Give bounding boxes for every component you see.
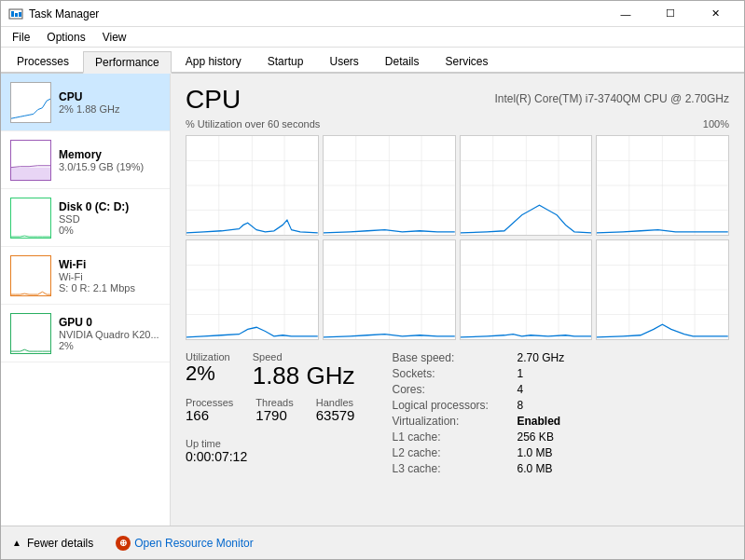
disk-mini-graph (10, 198, 51, 239)
tab-services[interactable]: Services (434, 49, 501, 72)
memory-mini-graph (10, 140, 51, 181)
tab-details[interactable]: Details (373, 49, 432, 72)
disk-sub1: SSD (59, 213, 160, 225)
info-base-speed: Base speed: 2.70 GHz (393, 351, 565, 364)
memory-label: Memory (59, 148, 160, 161)
cpu-graph-3 (460, 135, 593, 236)
fewer-details-label: Fewer details (27, 537, 93, 550)
base-speed-key: Base speed: (393, 351, 514, 364)
l1-key: L1 cache: (393, 430, 514, 444)
disk-label: Disk 0 (C: D:) (59, 200, 160, 213)
sidebar: CPU 2% 1.88 GHz Memory 3.0/15.9 GB (19%) (1, 74, 171, 526)
sidebar-item-memory[interactable]: Memory 3.0/15.9 GB (19%) (1, 131, 170, 189)
main-panel: CPU Intel(R) Core(TM) i7-3740QM CPU @ 2.… (171, 74, 744, 526)
window-title: Task Manager (29, 7, 99, 20)
handles-stat-value: 63579 (316, 408, 355, 424)
virtualization-key: Virtualization: (393, 415, 514, 428)
wifi-sidebar-info: Wi-Fi Wi-Fi S: 0 R: 2.1 Mbps (59, 258, 160, 294)
info-cores: Cores: 4 (393, 383, 565, 396)
stats-row-1: Utilization 2% Speed 1.88 GHz (186, 351, 355, 389)
chevron-down-icon: ▲ (12, 538, 21, 548)
main-content: CPU 2% 1.88 GHz Memory 3.0/15.9 GB (19%) (1, 74, 744, 526)
main-header: CPU Intel(R) Core(TM) i7-3740QM CPU @ 2.… (186, 85, 729, 115)
stats-right: Base speed: 2.70 GHz Sockets: 1 Cores: 4… (393, 351, 565, 475)
processes-stat: Processes 166 (186, 397, 233, 424)
cpu-graph-5 (186, 239, 319, 340)
info-l3: L3 cache: 6.0 MB (393, 462, 565, 475)
svg-rect-3 (19, 12, 21, 17)
menu-view[interactable]: View (95, 27, 134, 47)
info-l2: L2 cache: 1.0 MB (393, 446, 565, 459)
l1-val: 256 KB (517, 430, 554, 444)
tab-users[interactable]: Users (317, 49, 370, 72)
threads-stat-label: Threads (255, 397, 293, 408)
open-resource-monitor-button[interactable]: ⊕ Open Resource Monitor (116, 536, 253, 551)
menu-file[interactable]: File (5, 27, 37, 47)
sockets-key: Sockets: (393, 367, 514, 380)
gpu-sidebar-info: GPU 0 NVIDIA Quadro K20... 2% (59, 316, 160, 351)
app-icon (8, 7, 23, 21)
sidebar-item-wifi[interactable]: Wi-Fi Wi-Fi S: 0 R: 2.1 Mbps (1, 247, 170, 305)
stats-left: Utilization 2% Speed 1.88 GHz Processes … (186, 351, 355, 475)
l2-key: L2 cache: (393, 446, 514, 459)
menu-options[interactable]: Options (39, 27, 92, 47)
gpu-sub1: NVIDIA Quadro K20... (59, 329, 160, 340)
disk-sidebar-info: Disk 0 (C: D:) SSD 0% (59, 200, 160, 236)
cpu-graph-7 (460, 239, 593, 340)
tab-processes[interactable]: Processes (5, 49, 81, 72)
uptime-label: Up time (186, 438, 355, 449)
base-speed-val: 2.70 GHz (517, 351, 565, 364)
tab-startup[interactable]: Startup (255, 49, 316, 72)
open-rm-label: Open Resource Monitor (134, 537, 253, 550)
handles-stat: Handles 63579 (316, 397, 355, 424)
cpu-graph-6 (323, 239, 456, 340)
stats-area: Utilization 2% Speed 1.88 GHz Processes … (186, 351, 729, 475)
title-bar: Task Manager — ☐ ✕ (1, 1, 744, 27)
title-bar-left: Task Manager (8, 7, 99, 21)
window-controls: — ☐ ✕ (604, 1, 737, 27)
svg-rect-4 (11, 167, 50, 179)
disk-sub2: 0% (59, 225, 160, 236)
wifi-sub2: S: 0 R: 2.1 Mbps (59, 282, 160, 294)
cpu-label: CPU (59, 90, 160, 103)
cpu-sidebar-info: CPU 2% 1.88 GHz (59, 90, 160, 115)
processes-stat-label: Processes (186, 397, 233, 408)
stats-row-2: Processes 166 Threads 1790 Handles 63579 (186, 397, 355, 424)
uptime-value: 0:00:07:12 (186, 449, 355, 464)
utilization-label: % Utilization over 60 seconds (186, 118, 320, 130)
sockets-val: 1 (517, 367, 524, 380)
info-l1: L1 cache: 256 KB (393, 430, 565, 444)
cpu-sub: 2% 1.88 GHz (59, 103, 160, 115)
close-button[interactable]: ✕ (694, 1, 737, 27)
speed-stat-value: 1.88 GHz (253, 362, 355, 389)
logical-key: Logical processors: (393, 399, 514, 412)
cores-val: 4 (517, 383, 524, 396)
tab-performance[interactable]: Performance (83, 51, 172, 74)
wifi-label: Wi-Fi (59, 258, 160, 271)
info-sockets: Sockets: 1 (393, 367, 565, 380)
gpu-mini-graph (10, 313, 51, 354)
utilization-stat-value: 2% (186, 362, 230, 385)
maximize-button[interactable]: ☐ (649, 1, 692, 27)
sidebar-item-disk[interactable]: Disk 0 (C: D:) SSD 0% (1, 189, 170, 247)
sidebar-item-gpu[interactable]: GPU 0 NVIDIA Quadro K20... 2% (1, 305, 170, 362)
memory-sidebar-info: Memory 3.0/15.9 GB (19%) (59, 148, 160, 172)
cpu-graph-8 (596, 239, 729, 340)
utilization-stat: Utilization 2% (186, 351, 230, 389)
minimize-button[interactable]: — (604, 1, 647, 27)
cpu-mini-graph (10, 82, 51, 123)
percent-100-label: 100% (703, 118, 729, 130)
tabs-bar: Processes Performance App history Startu… (1, 48, 744, 74)
sidebar-item-cpu[interactable]: CPU 2% 1.88 GHz (1, 74, 170, 131)
tab-app-history[interactable]: App history (173, 49, 254, 72)
l3-val: 6.0 MB (517, 462, 553, 475)
info-virtualization: Virtualization: Enabled (393, 415, 565, 428)
gpu-sub2: 2% (59, 340, 160, 351)
threads-stat: Threads 1790 (255, 397, 293, 424)
wifi-sub1: Wi-Fi (59, 271, 160, 282)
logical-val: 8 (517, 399, 524, 412)
cpu-graph-1 (186, 135, 319, 236)
fewer-details-button[interactable]: ▲ Fewer details (12, 537, 93, 550)
menu-bar: File Options View (1, 27, 744, 48)
task-manager-window: Task Manager — ☐ ✕ File Options View Pro… (0, 0, 745, 560)
